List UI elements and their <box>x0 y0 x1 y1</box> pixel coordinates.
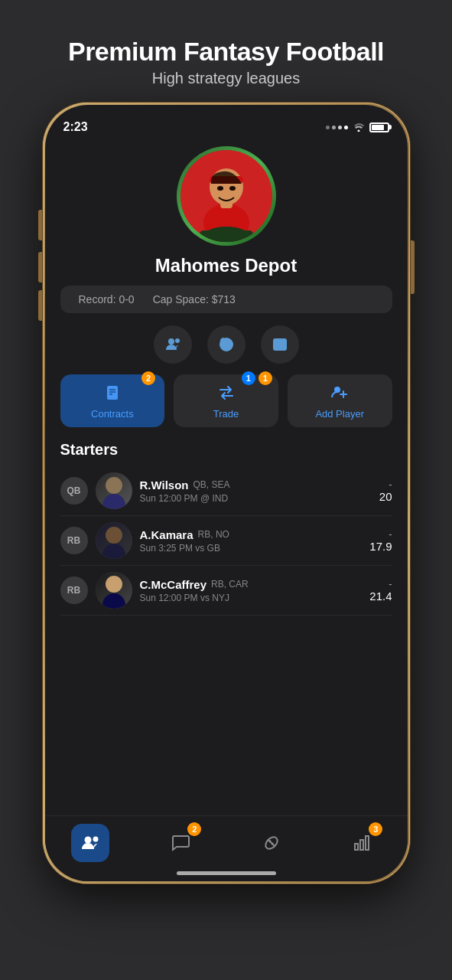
player-row[interactable]: RB A.Kamara RB, NO Sun 3:25 PM vs GB - 1… <box>60 516 392 566</box>
home-indicator <box>177 871 276 875</box>
player-info-mccaffrey: C.McCaffrey RB, CAR Sun 12:00 PM vs NYJ <box>140 578 363 603</box>
player-row[interactable]: RB C.McCaffrey RB, CAR Sun 12:00 PM vs N… <box>60 566 392 616</box>
player-game-kamara: Sun 3:25 PM vs GB <box>140 543 363 554</box>
news-icon-button[interactable] <box>261 325 299 364</box>
stats-bar: Record: 0-0 Cap Space: $713 <box>60 286 392 313</box>
wifi-icon <box>353 122 365 132</box>
history-icon <box>218 336 235 353</box>
action-icons-row <box>154 325 299 364</box>
contracts-icon <box>102 382 123 403</box>
signal-icon <box>326 126 348 129</box>
roster-tab-icon <box>80 833 100 853</box>
player-score-kamara: - 17.9 <box>369 528 392 553</box>
svg-rect-31 <box>366 836 369 850</box>
tab-ball[interactable] <box>226 824 317 862</box>
player-name-wilson: R.Wilson <box>140 479 189 492</box>
add-player-label: Add Player <box>315 408 364 420</box>
contracts-badge: 2 <box>141 371 155 385</box>
phone-frame: 2:23 <box>43 103 410 884</box>
trade-badge-right: 1 <box>259 371 272 385</box>
header-subtitle: High strategy leagues <box>15 70 437 87</box>
tab-roster-icon-wrap <box>71 824 109 862</box>
tab-bar: 2 <box>45 815 408 881</box>
svg-point-23 <box>84 837 91 844</box>
svg-rect-16 <box>107 386 118 400</box>
player-score-mccaffrey: - 21.4 <box>369 578 392 603</box>
player-score-wilson: - 20 <box>379 479 392 503</box>
player-illustration <box>180 150 272 242</box>
app-content: Mahomes Depot Record: 0-0 Cap Space: $71… <box>45 139 408 616</box>
svg-line-27 <box>269 841 271 842</box>
add-player-icon <box>329 382 350 403</box>
player-info-kamara: A.Kamara RB, NO Sun 3:25 PM vs GB <box>140 528 363 554</box>
player-avatar-wilson <box>96 472 132 509</box>
news-icon <box>272 336 288 353</box>
trade-button[interactable]: 1 1 Trade <box>174 374 278 427</box>
tab-ball-icon-wrap <box>252 824 291 862</box>
record-stat: Record: 0-0 <box>79 293 135 305</box>
chat-tab-badge: 2 <box>187 822 201 836</box>
player-pos-mccaffrey: RB, CAR <box>211 579 249 590</box>
tab-roster[interactable] <box>45 824 136 862</box>
position-badge-rb1: RB <box>60 527 88 554</box>
battery-icon <box>369 122 389 132</box>
page-header: Premium Fantasy Football High strategy l… <box>0 0 452 103</box>
tab-stats[interactable]: 3 <box>317 824 408 862</box>
player-game-wilson: Sun 12:00 PM @ IND <box>140 493 372 504</box>
svg-point-5 <box>217 186 223 191</box>
svg-point-10 <box>175 338 180 343</box>
phone-notch <box>165 105 288 128</box>
starters-label: Starters <box>60 441 119 459</box>
trade-label: Trade <box>213 408 239 420</box>
svg-line-28 <box>272 843 273 844</box>
tab-chat-icon-wrap: 2 <box>161 824 200 862</box>
svg-point-6 <box>229 186 236 191</box>
roster-icon <box>164 336 181 353</box>
phone-screen: 2:23 <box>45 105 408 881</box>
player-game-mccaffrey: Sun 12:00 PM vs NYJ <box>140 593 363 603</box>
trade-badge-left: 1 <box>242 371 255 385</box>
avatar-ring <box>177 146 276 246</box>
position-badge-rb2: RB <box>60 577 88 604</box>
status-time: 2:23 <box>63 120 88 134</box>
svg-point-9 <box>168 338 174 345</box>
player-name-mccaffrey: C.McCaffrey <box>140 578 207 591</box>
roster-icon-button[interactable] <box>154 325 192 364</box>
team-avatar <box>177 146 276 246</box>
avatar-image <box>180 150 272 242</box>
team-name: Mahomes Depot <box>155 255 297 276</box>
svg-line-26 <box>268 840 275 846</box>
contracts-label: Contracts <box>91 408 134 420</box>
player-pos-kamara: RB, NO <box>198 529 229 540</box>
history-icon-button[interactable] <box>207 325 246 364</box>
player-pos-wilson: QB, SEA <box>193 479 230 490</box>
player-avatar-kamara <box>96 522 132 559</box>
trade-icon <box>216 382 237 403</box>
cap-space-stat: Cap Space: $713 <box>153 293 236 305</box>
status-icons <box>326 122 389 132</box>
svg-rect-30 <box>360 840 363 850</box>
position-badge-qb: QB <box>60 477 88 505</box>
player-avatar-mccaffrey <box>96 572 132 609</box>
add-player-button[interactable]: Add Player <box>288 374 392 427</box>
stats-tab-icon <box>352 833 372 853</box>
stats-tab-badge: 3 <box>369 822 382 836</box>
tab-stats-icon-wrap: 3 <box>343 824 381 862</box>
action-buttons-row: 2 Contracts 1 1 <box>60 374 392 427</box>
chat-tab-icon <box>171 833 190 853</box>
player-name-kamara: A.Kamara <box>140 528 193 541</box>
player-info-wilson: R.Wilson QB, SEA Sun 12:00 PM @ IND <box>140 479 372 504</box>
football-tab-icon <box>262 833 281 853</box>
svg-rect-8 <box>200 230 253 242</box>
svg-rect-29 <box>355 844 358 850</box>
svg-point-24 <box>93 837 98 842</box>
contracts-button[interactable]: 2 Contracts <box>60 374 165 427</box>
player-row[interactable]: QB R.Wilson QB, SEA Sun 12:00 PM @ IND -… <box>60 466 392 516</box>
header-title: Premium Fantasy Football <box>15 37 437 67</box>
tab-chat[interactable]: 2 <box>135 824 226 862</box>
